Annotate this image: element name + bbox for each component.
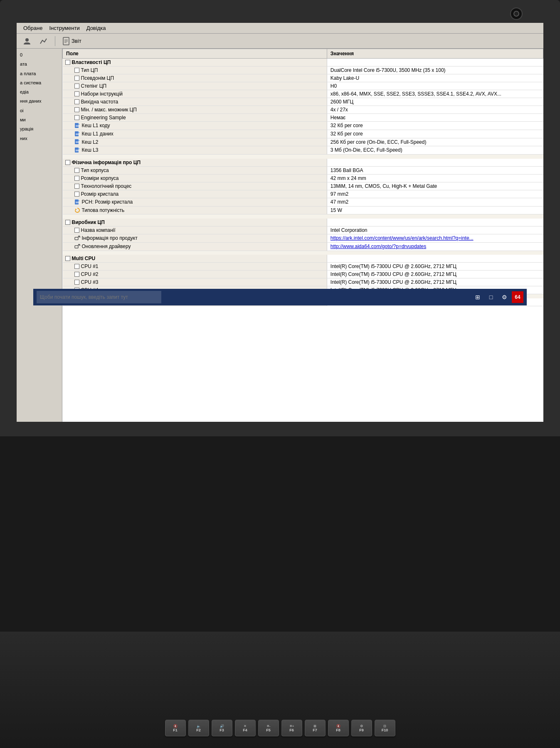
key-f7[interactable]: ⊞ F7 bbox=[305, 720, 326, 736]
sidebar-item-ata[interactable]: ата bbox=[17, 59, 62, 69]
table-row: CPU #2 Intel(R) Core(TM) i5-7300U CPU @ … bbox=[63, 271, 543, 278]
menubar: Обране Інструменти Довідка bbox=[17, 23, 543, 34]
field-label: Engineering Sample bbox=[81, 115, 126, 121]
taskbar-window-icon[interactable]: □ bbox=[485, 291, 497, 303]
field-cell: Розміри корпуса bbox=[63, 174, 327, 182]
doc-icon bbox=[74, 148, 80, 153]
value-cell: 13МіМ, 14 nm, CMOS, Cu, High-K + Metal G… bbox=[327, 182, 543, 190]
value-cell: 42 mm x 24 mm bbox=[327, 174, 543, 182]
toolbar-separator bbox=[55, 36, 55, 46]
table-row: Тип корпуса 1356 Ball BGA bbox=[63, 166, 543, 174]
col-value-header: Значення bbox=[327, 49, 543, 59]
main-area: 0 ата а плата а система едіа ння даних bbox=[17, 49, 543, 422]
toolbar-report-btn[interactable]: Звіт bbox=[59, 36, 84, 47]
key-f6[interactable]: ☀+ F6 bbox=[281, 720, 302, 736]
report-label: Звіт bbox=[72, 38, 81, 44]
sidebar-item-nnya[interactable]: ння даних bbox=[17, 96, 62, 106]
report-icon bbox=[62, 37, 70, 45]
key-f1[interactable]: 🔇 F1 bbox=[165, 720, 186, 736]
webcam bbox=[510, 7, 523, 20]
table-row: Псевдонім ЦП Kaby Lake-U bbox=[63, 74, 543, 82]
field-cell: Розмір кристала bbox=[63, 190, 327, 198]
table-row: Степінг ЦП H0 bbox=[63, 82, 543, 90]
table-row bbox=[63, 155, 543, 159]
content-panel[interactable]: Поле Значення Властивості ЦП Тип ЦП Dual… bbox=[62, 49, 543, 422]
field-cell: Типова потужність bbox=[63, 206, 327, 214]
value-cell: 256 Кб per core (On-Die, ECC, Full-Speed… bbox=[327, 138, 543, 146]
field-cell: Інформація про продукт bbox=[63, 234, 327, 242]
field-cell: Оновлення драйверу bbox=[63, 242, 327, 251]
field-cell: Engineering Sample bbox=[63, 114, 327, 122]
value-cell: 97 mm2 bbox=[327, 190, 543, 198]
webcam-lens bbox=[513, 11, 519, 17]
toolbar-chart-btn[interactable] bbox=[37, 36, 51, 47]
value-cell: 32 Кб per core bbox=[327, 130, 543, 138]
field-label: CPU #1 bbox=[81, 263, 99, 269]
field-cell: Вихідна частота bbox=[63, 98, 327, 106]
sidebar-item-nykh[interactable]: них bbox=[17, 134, 62, 143]
field-label: Вихідна частота bbox=[81, 99, 118, 105]
field-label: Типова потужність bbox=[82, 207, 125, 213]
key-f2[interactable]: 🔈 F2 bbox=[188, 720, 209, 736]
field-cell: Виробник ЦП bbox=[63, 219, 327, 226]
key-f4[interactable]: ✕ F4 bbox=[235, 720, 256, 736]
field-label: Фізична інформація про ЦП bbox=[72, 160, 141, 165]
sidebar-item-uratsia[interactable]: урація bbox=[17, 124, 62, 133]
screen: Обране Інструменти Довідка bbox=[17, 23, 543, 422]
field-label: Технологічний процес bbox=[81, 183, 132, 189]
table-row: Оновлення драйверу http://www.aida64.com… bbox=[63, 242, 543, 251]
field-cell: Multi CPU bbox=[63, 255, 327, 263]
value-cell: Немає bbox=[327, 114, 543, 122]
taskbar-settings-icon[interactable]: ⚙ bbox=[498, 291, 510, 303]
taskbar-grid-icon[interactable]: ⊞ bbox=[472, 291, 484, 303]
field-cell: Тип корпуса bbox=[63, 166, 327, 174]
table-row: РСН: Розмір кристала 47 mm2 bbox=[63, 198, 543, 206]
field-label: РСН: Розмір кристала bbox=[82, 199, 133, 205]
value-cell bbox=[327, 159, 543, 167]
field-label: Набори інструкцій bbox=[81, 91, 123, 97]
key-f9[interactable]: ⚙ F9 bbox=[351, 720, 372, 736]
value-cell: x86, x86-64, MMX, SSE, SSE2, SSE3, SSSE3… bbox=[327, 90, 543, 98]
sidebar-item-0[interactable]: 0 bbox=[17, 50, 62, 59]
field-label: Виробник ЦП bbox=[72, 219, 105, 225]
taskbar-search-area bbox=[33, 291, 472, 303]
key-f5[interactable]: ☀- F5 bbox=[258, 720, 279, 736]
table-row: Типова потужність 15 W bbox=[63, 206, 543, 214]
value-cell: DualCore Intel Core i5-7300U, 3500 MHz (… bbox=[327, 66, 543, 74]
key-f10[interactable]: ⊡ F10 bbox=[375, 720, 395, 736]
sidebar: 0 ата а плата а система едіа ння даних bbox=[17, 49, 62, 422]
menu-instrumenty[interactable]: Інструменти bbox=[46, 24, 83, 32]
svg-marker-22 bbox=[78, 199, 80, 201]
col-field-header: Поле bbox=[63, 49, 327, 59]
sidebar-item-oi[interactable]: оі bbox=[17, 106, 62, 115]
value-cell: https://ark.intel.com/content/www/us/en/… bbox=[327, 234, 543, 242]
taskbar-64-icon[interactable]: 64 bbox=[512, 291, 523, 303]
sidebar-item-edia[interactable]: едіа bbox=[17, 87, 62, 96]
table-row: Кеш L1 коду 32 Кб per core bbox=[63, 122, 543, 130]
taskbar-search-input[interactable] bbox=[37, 291, 161, 303]
key-f8[interactable]: 🔇 F8 bbox=[328, 720, 349, 736]
field-cell: Властивості ЦП bbox=[63, 59, 327, 66]
menu-dovidka[interactable]: Довідка bbox=[83, 24, 109, 32]
table-row: Набори інструкцій x86, x86-64, MMX, SSE,… bbox=[63, 90, 543, 98]
field-label: Кеш L1 даних bbox=[82, 131, 113, 137]
sidebar-item-asyistema[interactable]: а система bbox=[17, 78, 62, 87]
doc-icon bbox=[74, 131, 80, 137]
toolbar-user-btn[interactable] bbox=[20, 36, 34, 47]
menu-obrane[interactable]: Обране bbox=[20, 24, 46, 32]
field-label: Властивості ЦП bbox=[72, 59, 111, 65]
field-cell: Мін. / макс. множник ЦП bbox=[63, 106, 327, 114]
svg-rect-30 bbox=[75, 246, 78, 248]
value-cell: 2600 МГЦ bbox=[327, 98, 543, 106]
value-cell: Intel(R) Core(TM) i5-7300U CPU @ 2.60GHz… bbox=[327, 278, 543, 286]
field-label: Розміри корпуса bbox=[81, 175, 119, 181]
key-f3[interactable]: 🔊 F3 bbox=[212, 720, 232, 736]
function-key-row: 🔇 F1 🔈 F2 🔊 F3 ✕ F4 ☀- F5 ☀+ F6 ⊞ F7 🔇 bbox=[165, 720, 395, 736]
sidebar-item-my[interactable]: ми bbox=[17, 115, 62, 124]
table-row bbox=[63, 251, 543, 255]
value-cell: Intel(R) Core(TM) i5-7300U CPU @ 2.60GHz… bbox=[327, 263, 543, 271]
table-row: Кеш L2 256 Кб per core (On-Die, ECC, Ful… bbox=[63, 138, 543, 146]
value-cell: 32 Кб per core bbox=[327, 122, 543, 130]
table-row: Розміри корпуса 42 mm x 24 mm bbox=[63, 174, 543, 182]
sidebar-item-aplata[interactable]: а плата bbox=[17, 69, 62, 78]
